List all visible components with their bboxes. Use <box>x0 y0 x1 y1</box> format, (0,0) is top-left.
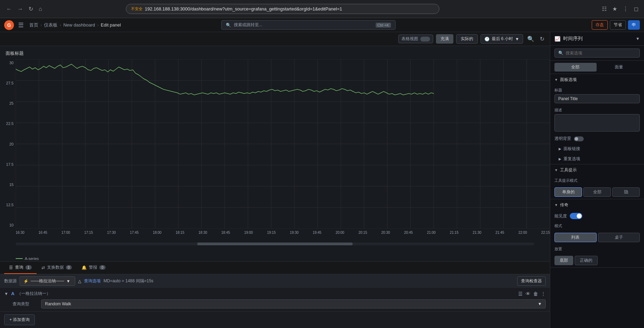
legend-mode-table[interactable]: 桌子 <box>598 233 640 242</box>
query-options-btn[interactable]: 查询选项 <box>84 278 101 284</box>
breadcrumb-dashboard[interactable]: 仪表板 <box>44 22 58 28</box>
extensions-button[interactable]: ☷ <box>600 4 608 14</box>
x-label-1: 16:45 <box>39 231 47 234</box>
sidebar-toggle[interactable]: ☰ <box>18 21 24 29</box>
zoom-out-button[interactable]: 🔍 <box>526 34 536 44</box>
refresh-button[interactable]: ↻ <box>538 34 546 44</box>
repeat-options-item[interactable]: ▶ 重复选项 <box>550 154 644 164</box>
menu-button[interactable]: ⋮ <box>621 4 630 14</box>
window-button[interactable]: ◻ <box>632 4 640 14</box>
legend-title: 传奇 <box>560 202 568 208</box>
add-query-button[interactable]: + 添加查询 <box>4 314 35 325</box>
time-range-chevron: ▼ <box>515 37 519 42</box>
browser-actions: ☷ ★ ⋮ ◻ <box>600 4 640 14</box>
duplicate-query-icon[interactable]: ☰ <box>518 291 523 297</box>
legend-visibility-label: 能见度 <box>554 213 567 219</box>
more-query-icon[interactable]: ⋮ <box>541 291 546 297</box>
y-label-30: 30 <box>2 61 14 65</box>
chart-grid <box>16 59 550 229</box>
query-type-value: Random Walk <box>45 301 71 306</box>
query-inspector-button[interactable]: 查询检查器 <box>517 276 546 286</box>
x-label-4: 17:30 <box>107 231 116 234</box>
breadcrumb-new-dashboard[interactable]: New dashboard <box>63 22 95 28</box>
search-bar[interactable]: 🔍 搜索或跳转至... Ctrl +K <box>221 20 396 30</box>
settings-button[interactable]: 节省 <box>610 20 626 30</box>
tooltip-mode-all[interactable]: 全部 <box>583 187 611 197</box>
panel-title-input[interactable] <box>554 94 640 103</box>
legend-placement-right[interactable]: 正确的 <box>575 256 598 265</box>
bookmark-button[interactable]: ★ <box>611 4 619 14</box>
panel-links-label: 面板链接 <box>564 146 580 152</box>
table-view-switch[interactable] <box>420 37 430 42</box>
address-bar[interactable]: 不安全 192.168.188.138:3000/dashboard/new?u… <box>126 4 439 14</box>
query-collapse-icon[interactable]: ▼ <box>4 291 8 296</box>
apply-button[interactable]: 申 <box>628 20 640 30</box>
legend-color-a <box>16 258 23 259</box>
delete-query-icon[interactable]: 🗑 <box>533 291 538 297</box>
chart-legend: A-series <box>16 256 39 261</box>
query-tab-badge: 1 <box>25 265 32 270</box>
reload-button[interactable]: ↻ <box>26 4 35 14</box>
panel-toolbar: 表格视图 充满 实际的 🕐 最后 6 小时 ▼ 🔍 ↻ <box>0 32 550 46</box>
tab-alert[interactable]: 🔔 警报 0 <box>77 262 110 274</box>
time-range-picker[interactable]: 🕐 最后 6 小时 ▼ <box>481 34 523 44</box>
y-label-20: 20 <box>2 142 14 146</box>
tab-transform[interactable]: ⇄ 支换数据 0 <box>37 262 77 274</box>
options-search-box[interactable]: 🔍 <box>554 49 640 58</box>
datasource-label: 数据源 <box>4 278 17 284</box>
panel-type-name: 时间序列 <box>563 36 583 42</box>
x-label-9: 18:45 <box>221 231 230 234</box>
panel-options-title: 面板选项 <box>560 77 577 83</box>
right-panel-header: 📈 时间序列 ▼ <box>550 32 644 46</box>
legend-mode-list[interactable]: 列表 <box>554 233 597 242</box>
tab-query[interactable]: ☰ 查询 1 <box>4 262 37 274</box>
right-panel: 📈 时间序列 ▼ 🔍 全部 面量 ▼ 面板选项 标题 <box>550 32 644 328</box>
tooltip-mode-single[interactable]: 单身的 <box>554 187 582 197</box>
back-button[interactable]: ← <box>4 4 14 14</box>
chart-container: 面板标题 30 27.5 25 22.5 20 17.5 15 12.5 10 <box>0 46 550 261</box>
grafana-logo[interactable]: G <box>4 20 14 30</box>
tooltip-mode-hidden[interactable]: 隐 <box>612 187 640 197</box>
scrollbar-thumb[interactable] <box>197 243 353 245</box>
transparent-bg-label: 透明背景 <box>554 136 571 142</box>
panel-links-item[interactable]: ▶ 面板链接 <box>550 144 644 154</box>
x-label-2: 17:00 <box>61 231 70 234</box>
x-label-5: 17:45 <box>130 231 139 234</box>
legend-header[interactable]: ▼ 传奇 <box>550 199 644 211</box>
home-button[interactable]: ⌂ <box>37 4 44 14</box>
legend-visibility-toggle[interactable] <box>570 213 582 219</box>
actual-button[interactable]: 实际的 <box>456 34 478 44</box>
security-warning: 不安全 <box>131 6 143 12</box>
y-label-15: 15 <box>2 182 14 187</box>
chart-scrollbar[interactable] <box>16 243 534 245</box>
save-button[interactable]: 存盘 <box>592 20 608 30</box>
datasource-name: ——格拉法纳—— <box>31 278 64 284</box>
options-search-input[interactable] <box>566 51 636 55</box>
y-axis: 30 27.5 25 22.5 20 17.5 15 12.5 10 <box>0 59 16 229</box>
breadcrumb-home[interactable]: 首页 <box>29 22 38 28</box>
forward-button[interactable]: → <box>15 4 25 14</box>
query-type-select[interactable]: Random Walk ▼ <box>41 299 546 308</box>
legend-placement-bottom[interactable]: 底部 <box>554 256 573 265</box>
legend-mode-row: 模式 <box>550 221 644 231</box>
x-label-17: 20:45 <box>404 231 413 234</box>
panel-desc-input[interactable] <box>554 114 640 132</box>
panel-options-header[interactable]: ▼ 面板选项 <box>550 74 644 85</box>
fill-button[interactable]: 充满 <box>436 34 453 44</box>
x-label-8: 18:30 <box>199 231 207 234</box>
option-tab-all[interactable]: 全部 <box>554 63 597 72</box>
legend-placement-buttons: 底部 正确的 <box>550 254 644 267</box>
datasource-select[interactable]: ⚡ ——格拉法纳—— ▼ <box>20 276 75 286</box>
query-row-a-header: ▼ A （一格拉法纳一） ☰ 👁 🗑 ⋮ <box>4 291 546 297</box>
repeat-options-label: 重复选项 <box>564 156 580 162</box>
option-tab-panel[interactable]: 面量 <box>598 63 640 72</box>
datasource-chevron: ▼ <box>66 279 70 284</box>
nav-buttons: ← → ↻ ⌂ <box>4 4 44 14</box>
query-a-datasource: （一格拉法纳一） <box>17 291 51 297</box>
right-panel-search: 🔍 <box>550 46 644 61</box>
transparent-bg-toggle[interactable] <box>574 136 584 141</box>
hide-query-icon[interactable]: 👁 <box>526 291 530 297</box>
tooltip-header[interactable]: ▼ 工具提示 <box>550 164 644 176</box>
repeat-options-arrow: ▶ <box>559 157 561 161</box>
panel-links-arrow: ▶ <box>559 147 561 151</box>
